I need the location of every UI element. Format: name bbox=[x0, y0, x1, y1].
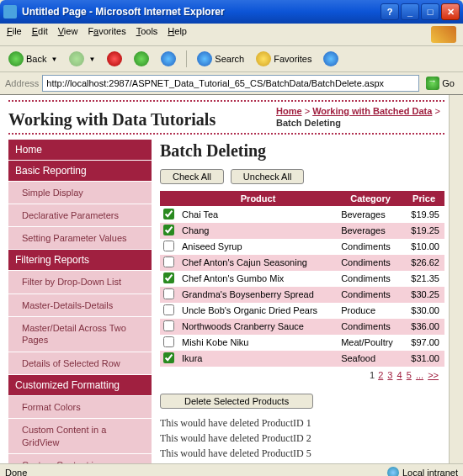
search-button[interactable]: Search bbox=[194, 50, 247, 68]
row-checkbox[interactable] bbox=[163, 288, 174, 299]
home-button[interactable] bbox=[157, 50, 179, 68]
cell-product: Aniseed Syrup bbox=[178, 239, 338, 255]
cell-category: Meat/Poultry bbox=[338, 335, 403, 351]
main-content: Batch Deleting Check All Uncheck All Pro… bbox=[160, 140, 444, 463]
row-checkbox[interactable] bbox=[163, 272, 174, 283]
sidebar: HomeBasic ReportingSimple DisplayDeclara… bbox=[8, 140, 152, 463]
sidebar-item[interactable]: Filter by Drop-Down List bbox=[8, 271, 152, 294]
maximize-button[interactable]: □ bbox=[421, 3, 439, 20]
row-checkbox[interactable] bbox=[163, 257, 174, 267]
sidebar-item[interactable]: Simple Display bbox=[8, 182, 152, 204]
favorites-label: Favorites bbox=[274, 54, 311, 64]
sidebar-item[interactable]: Format Colors bbox=[8, 396, 152, 419]
back-icon bbox=[8, 51, 24, 66]
pager-page[interactable]: 3 bbox=[387, 370, 392, 380]
delete-selected-button[interactable]: Delete Selected Products bbox=[160, 394, 313, 409]
refresh-button[interactable] bbox=[130, 50, 152, 68]
pager-page[interactable]: 2 bbox=[378, 370, 383, 380]
menu-file[interactable]: File bbox=[7, 26, 22, 43]
cell-price: $10.00 bbox=[403, 239, 444, 255]
help-button[interactable]: ? bbox=[381, 3, 399, 20]
menu-edit[interactable]: Edit bbox=[32, 26, 48, 43]
sidebar-item[interactable]: Declarative Parameters bbox=[8, 204, 152, 227]
breadcrumb-current: Batch Deleting bbox=[276, 118, 341, 128]
sidebar-item[interactable]: Custom Content in a GridView bbox=[8, 419, 152, 454]
pager-ellipsis[interactable]: ... bbox=[416, 370, 423, 380]
menu-view[interactable]: View bbox=[58, 26, 78, 43]
stop-button[interactable] bbox=[104, 50, 125, 68]
row-checkbox[interactable] bbox=[163, 225, 174, 235]
favorites-button[interactable]: Favorites bbox=[253, 50, 315, 68]
close-button[interactable]: ✕ bbox=[441, 3, 460, 20]
col-checkbox bbox=[160, 191, 178, 207]
zone-label: Local intranet bbox=[402, 468, 458, 477]
stop-icon bbox=[107, 51, 122, 66]
go-button[interactable]: Go bbox=[423, 75, 458, 92]
addressbar: Address Go bbox=[0, 72, 463, 95]
result-message: This would have deleted ProductID 5 bbox=[160, 447, 444, 460]
back-label: Back bbox=[26, 54, 46, 64]
cell-product: Chang bbox=[178, 223, 338, 239]
sidebar-section[interactable]: Home bbox=[8, 140, 152, 161]
cell-price: $36.00 bbox=[403, 319, 444, 335]
row-checkbox[interactable] bbox=[163, 209, 174, 219]
status-text: Done bbox=[5, 468, 27, 477]
sidebar-section[interactable]: Filtering Reports bbox=[8, 250, 152, 271]
media-button[interactable] bbox=[320, 50, 342, 68]
cell-price: $30.25 bbox=[403, 287, 444, 303]
menu-tools[interactable]: Tools bbox=[136, 26, 158, 43]
pager-current: 1 bbox=[370, 370, 375, 380]
sidebar-item[interactable]: Details of Selected Row bbox=[8, 352, 152, 375]
sidebar-item[interactable]: Custom Content in a bbox=[8, 454, 152, 463]
col-category: Category bbox=[338, 191, 403, 207]
sidebar-item[interactable]: Master/Detail Across Two Pages bbox=[8, 317, 152, 352]
minimize-button[interactable]: _ bbox=[401, 3, 419, 20]
go-label: Go bbox=[442, 78, 455, 88]
forward-icon bbox=[69, 51, 84, 66]
chevron-down-icon: ▼ bbox=[88, 56, 95, 63]
result-message: This would have deleted ProductID 1 bbox=[160, 417, 444, 430]
pager-next[interactable]: >> bbox=[428, 370, 439, 380]
col-product: Product bbox=[178, 191, 338, 207]
address-input[interactable] bbox=[42, 75, 419, 92]
sidebar-item[interactable]: Setting Parameter Values bbox=[8, 227, 152, 250]
sidebar-section[interactable]: Basic Reporting bbox=[8, 161, 152, 182]
col-price: Price bbox=[403, 191, 444, 207]
home-icon bbox=[161, 51, 176, 66]
uncheck-all-button[interactable]: Uncheck All bbox=[231, 169, 304, 184]
pager-page[interactable]: 4 bbox=[397, 370, 402, 380]
cell-product: Chef Anton's Gumbo Mix bbox=[178, 271, 338, 287]
row-checkbox[interactable] bbox=[163, 336, 174, 347]
sidebar-item[interactable]: Master-Details-Details bbox=[8, 294, 152, 317]
cell-product: Northwoods Cranberry Sauce bbox=[178, 319, 338, 335]
cell-category: Condiments bbox=[338, 239, 403, 255]
sidebar-section[interactable]: Customized Formatting bbox=[8, 375, 152, 396]
cell-price: $26.62 bbox=[403, 255, 444, 271]
row-checkbox[interactable] bbox=[163, 304, 174, 315]
pager: 1 2 3 4 5 ... >> bbox=[160, 367, 444, 382]
toolbar: Back▼ ▼ Search Favorites bbox=[0, 46, 463, 72]
star-icon bbox=[256, 51, 271, 66]
row-checkbox[interactable] bbox=[163, 320, 174, 331]
client-area: Working with Data Tutorials Home > Worki… bbox=[0, 95, 463, 463]
pager-page[interactable]: 5 bbox=[407, 370, 412, 380]
row-checkbox[interactable] bbox=[163, 352, 174, 363]
breadcrumb-section[interactable]: Working with Batched Data bbox=[312, 106, 432, 116]
ie-icon bbox=[3, 5, 17, 19]
site-header: Working with Data Tutorials Home > Worki… bbox=[8, 100, 444, 135]
cell-category: Condiments bbox=[338, 255, 403, 271]
window-titlebar: Untitled Page - Microsoft Internet Explo… bbox=[0, 0, 463, 24]
breadcrumb-home[interactable]: Home bbox=[276, 106, 302, 116]
go-icon bbox=[426, 77, 439, 90]
cell-category: Condiments bbox=[338, 287, 403, 303]
cell-category: Beverages bbox=[338, 223, 403, 239]
row-checkbox[interactable] bbox=[163, 241, 174, 251]
cell-product: Mishi Kobe Niku bbox=[178, 335, 338, 351]
menu-favorites[interactable]: Favorites bbox=[88, 26, 125, 43]
forward-button[interactable]: ▼ bbox=[66, 50, 98, 68]
back-button[interactable]: Back▼ bbox=[5, 50, 61, 68]
check-all-button[interactable]: Check All bbox=[160, 169, 224, 184]
chevron-down-icon: ▼ bbox=[51, 56, 57, 63]
menu-help[interactable]: Help bbox=[168, 26, 187, 43]
result-message: This would have deleted ProductID 10 bbox=[160, 463, 444, 463]
